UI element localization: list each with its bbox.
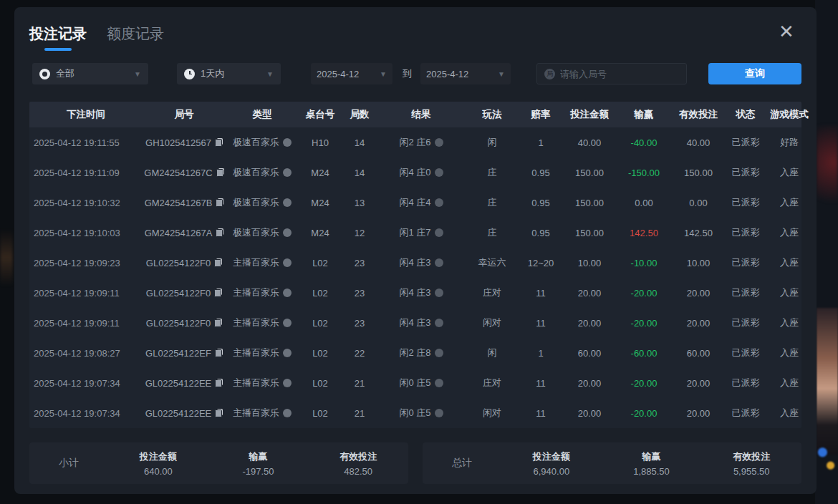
bet-time: 2025-04-12 19:11:55	[29, 137, 143, 148]
type-info-icon[interactable]	[283, 409, 292, 417]
game-mode: 入座	[766, 286, 813, 299]
result: 闲4 庄3	[399, 286, 430, 299]
type-info-icon[interactable]	[283, 258, 292, 267]
valid-bet: 20.00	[671, 408, 726, 419]
game-type: 极速百家乐	[233, 166, 279, 179]
result-detail-icon[interactable]	[435, 379, 443, 387]
result: 闲1 庄7	[399, 226, 430, 239]
result-cell: 闲4 庄0	[377, 166, 465, 179]
play-type: 闲对	[465, 407, 519, 420]
col-header-win-loss: 输赢	[617, 108, 671, 121]
status-badge: 已派彩	[726, 286, 766, 299]
odds: 11	[519, 378, 562, 389]
bet-amount: 10.00	[562, 258, 617, 268]
play-type: 庄	[465, 226, 519, 239]
valid-bet: 20.00	[671, 378, 726, 389]
result-cell: 闲4 庄3	[377, 316, 465, 329]
background-dealer-video	[817, 308, 838, 455]
date-to-picker[interactable]: 2025-4-12 ▼	[420, 63, 511, 84]
col-header-bet-amount: 投注金额	[562, 108, 617, 121]
clock-icon	[184, 69, 195, 79]
type-cell: 极速百家乐	[226, 136, 299, 149]
summary-bet-amount: 投注金额 640.00	[108, 450, 208, 477]
play-type: 庄	[465, 166, 519, 179]
result-detail-icon[interactable]	[435, 319, 443, 327]
tab-quota-records[interactable]: 额度记录	[107, 24, 164, 51]
result-detail-icon[interactable]	[435, 258, 443, 267]
result: 闲4 庄3	[399, 316, 430, 329]
copy-icon[interactable]	[216, 168, 224, 177]
table-no: L02	[299, 288, 342, 299]
odds: 11	[519, 318, 562, 329]
col-header-odds: 赔率	[519, 108, 562, 121]
game-id-cell: GH1025412567	[143, 137, 226, 148]
col-header-result: 结果	[377, 108, 465, 121]
date-from-picker[interactable]: 2025-4-12 ▼	[311, 63, 392, 84]
result: 闲2 庄6	[399, 136, 430, 149]
copy-icon[interactable]	[215, 379, 223, 387]
game-id: GL02254122EE	[145, 408, 212, 419]
game-id-input[interactable]	[560, 69, 679, 79]
table-no: L02	[299, 318, 342, 329]
type-info-icon[interactable]	[283, 168, 292, 177]
result-detail-icon[interactable]	[435, 198, 443, 207]
win-loss: -60.00	[617, 348, 671, 359]
result-detail-icon[interactable]	[435, 168, 443, 177]
copy-icon[interactable]	[214, 289, 222, 297]
result-detail-icon[interactable]	[435, 289, 443, 297]
tab-betting-records[interactable]: 投注记录	[29, 24, 87, 51]
result-detail-icon[interactable]	[435, 138, 443, 147]
status-badge: 已派彩	[726, 316, 766, 329]
game-id: GL02254122F0	[146, 318, 211, 329]
copy-icon[interactable]	[214, 258, 222, 267]
type-info-icon[interactable]	[283, 289, 292, 297]
type-info-icon[interactable]	[283, 138, 292, 147]
valid-bet: 40.00	[671, 137, 726, 148]
odds: 0.95	[519, 198, 562, 208]
result-detail-icon[interactable]	[435, 409, 443, 417]
type-info-icon[interactable]	[283, 319, 292, 327]
summary-label: 小计	[29, 457, 108, 470]
odds: 0.95	[519, 168, 562, 178]
query-button[interactable]: 查询	[708, 63, 801, 84]
table-row: 2025-04-12 19:10:32 GM242541267B 极速百家乐 M…	[29, 188, 801, 218]
game-id: GM242541267C	[144, 168, 212, 178]
game-type-select[interactable]: 全部 ▼	[32, 63, 148, 84]
col-header-valid-bet: 有效投注	[671, 108, 726, 121]
win-loss: -20.00	[617, 378, 671, 389]
betting-records-modal: ✕ 投注记录 额度记录 全部 ▼ 1天内 ▼ 2025-4-12 ▼ 到 202…	[14, 7, 817, 494]
status-badge: 已派彩	[726, 226, 766, 239]
result-detail-icon[interactable]	[435, 228, 443, 237]
game-id-cell: GL02254122EE	[143, 408, 226, 419]
table-row: 2025-04-12 19:07:34 GL02254122EE 主播百家乐 L…	[29, 398, 801, 428]
date-from-value: 2025-4-12	[317, 69, 359, 79]
game-id: GM242541267B	[145, 198, 213, 208]
play-type: 庄对	[465, 377, 519, 389]
type-info-icon[interactable]	[283, 198, 292, 207]
result-detail-icon[interactable]	[435, 349, 443, 357]
close-icon[interactable]: ✕	[776, 21, 796, 42]
game-id-cell: GM242541267C	[143, 168, 226, 178]
game-type: 主播百家乐	[233, 256, 279, 269]
time-range-select[interactable]: 1天内 ▼	[177, 63, 281, 84]
copy-icon[interactable]	[215, 138, 223, 147]
round-no: 22	[342, 348, 377, 359]
round-no: 14	[342, 168, 377, 178]
col-header-game-id: 局号	[143, 108, 226, 121]
game-mode: 入座	[766, 196, 813, 209]
win-loss: -150.00	[617, 168, 671, 178]
result-cell: 闲2 庄6	[377, 136, 465, 149]
summary-label: 总计	[423, 457, 501, 470]
result-cell: 闲4 庄3	[377, 256, 465, 269]
chevron-down-icon: ▼	[380, 70, 387, 78]
copy-icon[interactable]	[215, 349, 223, 357]
type-info-icon[interactable]	[283, 228, 292, 237]
copy-icon[interactable]	[216, 228, 223, 237]
game-type-value: 全部	[56, 67, 74, 80]
type-info-icon[interactable]	[283, 349, 292, 357]
copy-icon[interactable]	[214, 319, 222, 327]
valid-bet: 20.00	[671, 318, 726, 329]
copy-icon[interactable]	[216, 198, 223, 207]
copy-icon[interactable]	[215, 409, 223, 417]
type-info-icon[interactable]	[283, 379, 292, 387]
